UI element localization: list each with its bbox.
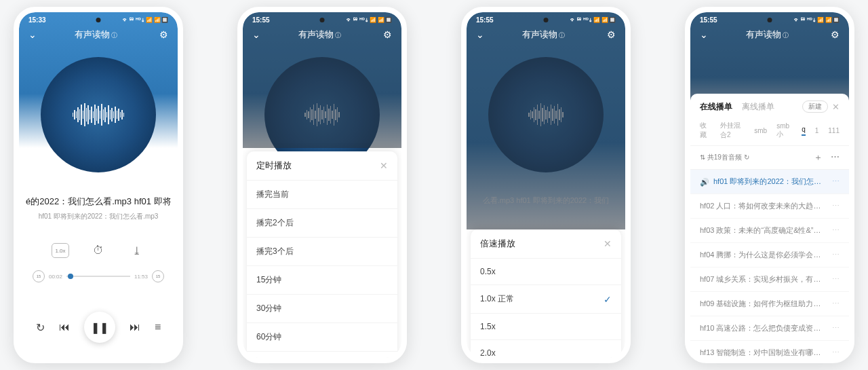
status-time: 15:33	[28, 16, 46, 24]
track-info: é的2022：我们怎么看.mp3 hf01 即将到 hf01 即将到来的2022…	[19, 196, 178, 221]
download-icon[interactable]: ⤓	[127, 243, 145, 258]
close-icon[interactable]: ✕	[604, 238, 612, 249]
app-header: ⌄ 有声读物 ⚙	[690, 29, 849, 41]
list-item[interactable]: hf04 腾挪：为什么这是你必须学会的生... ⋯	[690, 243, 849, 267]
phone-timer: 15:55 ᯤ ⁵⁸ ᴴᴰ ⫰ 📶 📶 🔲 ⌄ 有声读物 ⚙	[237, 7, 407, 363]
subtab[interactable]: 收藏	[700, 121, 711, 140]
playlist-list: 🔊 hf01 即将到来的2022：我们怎么看... ⋯ hf02 人口：将如何改…	[690, 170, 849, 358]
settings-icon[interactable]: ⚙	[831, 29, 840, 40]
settings-icon[interactable]: ⚙	[607, 29, 616, 40]
tab-online[interactable]: 在线播单	[700, 101, 732, 113]
sheet-header: 倍速播放 ✕	[471, 229, 621, 258]
camera-notch	[768, 18, 772, 22]
track-count: ⇅ 共19首音频 ↻	[700, 153, 749, 162]
list-item[interactable]: hf10 高速公路：怎么把负债变成资产？... ⋯	[690, 316, 849, 341]
list-item[interactable]: 🔊 hf01 即将到来的2022：我们怎么看... ⋯	[690, 170, 849, 194]
album-disc	[41, 57, 156, 172]
speed-sheet: 倍速播放 ✕ 0.5x 1.0x 正常 ✓ 1.5x 2.0x	[471, 229, 621, 358]
refresh-icon[interactable]: ↻	[744, 153, 749, 161]
playlist-toolbar: ⇅ 共19首音频 ↻ ＋ ⋯	[690, 145, 849, 170]
album-disc	[488, 57, 604, 172]
camera-notch	[320, 18, 325, 22]
speed-button[interactable]: 1.0x	[52, 243, 69, 258]
item-more-icon[interactable]: ⋯	[832, 275, 840, 284]
item-more-icon[interactable]: ⋯	[832, 251, 840, 259]
item-more-icon[interactable]: ⋯	[832, 202, 840, 210]
add-icon[interactable]: ＋	[814, 151, 823, 164]
playlist-icon[interactable]: ≡	[155, 321, 161, 333]
next-icon[interactable]: ⏭	[130, 321, 140, 333]
item-more-icon[interactable]: ⋯	[832, 324, 840, 333]
page-title: 有声读物	[256, 29, 383, 41]
waveform-icon	[73, 101, 125, 128]
loop-icon[interactable]: ↻	[36, 321, 45, 334]
item-more-icon[interactable]: ⋯	[832, 348, 840, 357]
timer-icon[interactable]: ⏱	[90, 243, 107, 258]
subtab[interactable]: smb	[754, 127, 767, 134]
page-title: 有声读物	[704, 29, 831, 41]
player-hero-dimmed: ⌄ 有声读物 ⚙	[243, 12, 401, 148]
subtab[interactable]: 111	[828, 127, 840, 134]
app-header: ⌄ 有声读物 ⚙	[467, 29, 625, 41]
status-time: 15:55	[252, 16, 270, 24]
subtab[interactable]: q	[802, 126, 806, 136]
playlist-subtabs: 收藏 外挂混合2 smb smb小 q 1 111	[690, 118, 849, 145]
settings-icon[interactable]: ⚙	[383, 29, 392, 40]
timer-option[interactable]: 30分钟	[247, 294, 397, 322]
pause-button[interactable]: ❚❚	[84, 312, 115, 343]
subtab[interactable]: 外挂混合2	[720, 121, 745, 140]
list-item[interactable]: hf13 智能制造：对中国制造业有哪些好... ⋯	[690, 341, 849, 358]
status-indicators: ᯤ ⁵⁸ ᴴᴰ ⫰ 📶 📶 🔲	[794, 17, 840, 23]
phone-player: 15:33 ᯤ ⁵⁸ ᴴᴰ ⫰ 📶 📶 🔲 ⌄ 有声读物 ⚙	[14, 7, 183, 363]
item-more-icon[interactable]: ⋯	[832, 226, 840, 235]
more-icon[interactable]: ⋯	[831, 151, 840, 164]
speed-option[interactable]: 0.5x	[471, 258, 621, 284]
timer-option[interactable]: 播完当前	[247, 180, 397, 208]
subtab[interactable]: 1	[815, 127, 819, 134]
forward-15-icon[interactable]: 15	[152, 270, 164, 282]
phone-speed: 15:55 ᯤ ⁵⁸ ᴴᴰ ⫰ 📶 📶 🔲 ⌄ 有声读物 ⚙	[461, 7, 631, 363]
status-time: 15:55	[476, 16, 494, 24]
timer-option[interactable]: 播完3个后	[247, 237, 397, 265]
status-indicators: ᯤ ⁵⁸ ᴴᴰ ⫰ 📶 📶 🔲	[347, 17, 392, 23]
status-time: 15:55	[700, 16, 717, 24]
new-playlist-button[interactable]: 新建	[802, 100, 828, 113]
settings-icon[interactable]: ⚙	[159, 29, 168, 40]
rewind-15-icon[interactable]: 15	[33, 270, 45, 282]
list-item[interactable]: hf02 人口：将如何改变未来的大趋势？... ⋯	[690, 194, 849, 219]
page-title: 有声读物	[480, 29, 607, 41]
page-title: 有声读物	[33, 29, 159, 41]
timer-option[interactable]: 取消定时	[247, 351, 397, 358]
speed-option[interactable]: 1.5x	[471, 313, 621, 339]
sheet-title: 倍速播放	[480, 238, 515, 250]
seek-bar[interactable]	[66, 276, 130, 277]
track-subtitle: hf01 即将到来的2022：我们怎么看.mp3	[26, 212, 171, 221]
list-item[interactable]: hf07 城乡关系：实现乡村振兴，有什么... ⋯	[690, 267, 849, 292]
close-icon[interactable]: ✕	[832, 102, 840, 112]
mid-controls: 1.0x ⏱ ⤓	[19, 243, 178, 258]
list-item[interactable]: hf09 基础设施：如何作为枢纽助力城乡... ⋯	[690, 292, 849, 316]
timer-option[interactable]: 播完2个后	[247, 208, 397, 237]
sheet-header: 定时播放 ✕	[247, 151, 397, 180]
item-more-icon[interactable]: ⋯	[832, 299, 840, 308]
status-indicators: ᯤ ⁵⁸ ᴴᴰ ⫰ 📶 📶 🔲	[123, 17, 168, 23]
prev-icon[interactable]: ⏮	[59, 321, 70, 333]
timer-option[interactable]: 60分钟	[247, 322, 397, 351]
subtab[interactable]: smb小	[776, 122, 792, 139]
close-icon[interactable]: ✕	[380, 160, 388, 171]
item-more-icon[interactable]: ⋯	[832, 177, 840, 186]
playlist-panel: 在线播单 离线播单 新建 ✕ 收藏 外挂混合2 smb smb小 q 1 111…	[690, 94, 849, 358]
phone-playlist: 15:55 ᯤ ⁵⁸ ᴴᴰ ⫰ 📶 📶 🔲 ⌄ 有声读物 ⚙ 在线播单 离线播单…	[685, 7, 854, 363]
player-hero-dimmed: ⌄ 有声读物 ⚙ 么看.mp3 hf01 即将到来的2022：我们	[467, 12, 625, 229]
speed-option[interactable]: 2.0x	[471, 339, 621, 358]
status-indicators: ᯤ ⁵⁸ ᴴᴰ ⫰ 📶 📶 🔲	[570, 17, 616, 23]
timer-option[interactable]: 15分钟	[247, 265, 397, 294]
track-title-dim: 么看.mp3 hf01 即将到来的2022：我们	[467, 196, 625, 206]
speed-option[interactable]: 1.0x 正常 ✓	[471, 284, 621, 313]
track-title: é的2022：我们怎么看.mp3 hf01 即将到	[26, 196, 171, 208]
sheet-title: 定时播放	[256, 160, 292, 172]
tab-offline[interactable]: 离线播单	[742, 101, 774, 113]
list-item[interactable]: hf03 政策：未来的“高度确定&性&”在哪... ⋯	[690, 219, 849, 243]
transport-controls: ↻ ⏮ ❚❚ ⏭ ≡	[19, 312, 178, 343]
app-header: ⌄ 有声读物 ⚙	[243, 29, 401, 41]
